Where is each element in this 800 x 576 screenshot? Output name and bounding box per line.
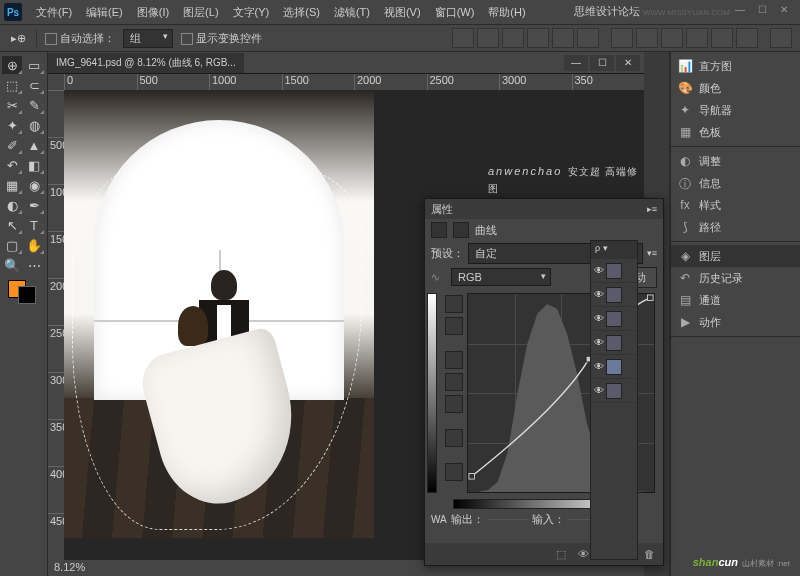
channel-dropdown[interactable]: RGB <box>451 268 551 286</box>
stamp-tool[interactable]: ▲ <box>24 136 44 154</box>
layers-mini-panel: ρ ▾ 👁 👁 👁 👁 👁 👁 <box>590 240 638 560</box>
panel-icon: ▦ <box>677 125 693 139</box>
dist-icon[interactable] <box>661 28 683 48</box>
menu-help[interactable]: 帮助(H) <box>482 3 531 22</box>
layers-header[interactable]: ρ ▾ <box>591 241 637 259</box>
align-icon[interactable] <box>552 28 574 48</box>
brush-tool[interactable]: ✐ <box>2 136 22 154</box>
zoom-level[interactable]: 8.12% <box>54 561 85 573</box>
panel-tab-通道[interactable]: ▤通道 <box>671 289 800 311</box>
align-icon[interactable] <box>477 28 499 48</box>
doc-close-icon[interactable]: ✕ <box>616 55 640 71</box>
svg-rect-0 <box>469 473 475 479</box>
point-tool[interactable] <box>445 295 463 313</box>
shancun-logo: shancun 山村素材 :net <box>693 552 790 570</box>
zoom-tool[interactable]: 🔍 <box>2 256 22 274</box>
menu-bar: Ps 文件(F) 编辑(E) 图像(I) 图层(L) 文字(Y) 选择(S) 滤… <box>0 0 800 24</box>
blur-tool[interactable]: ◉ <box>24 176 44 194</box>
panel-tab-历史记录[interactable]: ↶历史记录 <box>671 267 800 289</box>
auto-select-check[interactable]: 自动选择： <box>45 31 115 46</box>
tool-extra[interactable]: ⋯ <box>24 256 44 274</box>
doc-tab[interactable]: IMG_9641.psd @ 8.12% (曲线 6, RGB... <box>48 53 244 73</box>
window-controls: — ☐ ✕ <box>732 2 792 16</box>
panel-header[interactable]: 属性▸≡ <box>425 199 663 219</box>
panel-tab-动作[interactable]: ▶动作 <box>671 311 800 333</box>
panel-tab-颜色[interactable]: 🎨颜色 <box>671 77 800 99</box>
menu-layer[interactable]: 图层(L) <box>177 3 224 22</box>
ruler-vertical: 50010001500200025003000350040004500 <box>48 90 64 560</box>
dist-icon[interactable] <box>636 28 658 48</box>
tool-panel: ⊕▭ ⬚⊂ ✂✎ ✦◍ ✐▲ ↶◧ ▦◉ ◐✒ ↖T ▢✋ 🔍⋯ <box>0 52 48 576</box>
wand-tool[interactable]: ✦ <box>2 116 22 134</box>
input-label: 输入： <box>532 512 565 527</box>
align-icons <box>452 28 792 48</box>
panel-tab-路径[interactable]: ⟆路径 <box>671 216 800 238</box>
show-transform-check[interactable]: 显示变换控件 <box>181 31 262 46</box>
pen-tool[interactable]: ✒ <box>24 196 44 214</box>
panel-tab-图层[interactable]: ◈图层 <box>671 245 800 267</box>
panel-icon: ◈ <box>677 249 693 263</box>
menu-file[interactable]: 文件(F) <box>30 3 78 22</box>
dodge-tool[interactable]: ◐ <box>2 196 22 214</box>
marquee-tool[interactable]: ⬚ <box>2 76 22 94</box>
menu-window[interactable]: 窗口(W) <box>429 3 481 22</box>
dist-icon[interactable] <box>711 28 733 48</box>
panel-icon: ⓘ <box>677 176 693 190</box>
align-icon[interactable] <box>452 28 474 48</box>
sample-light-tool[interactable] <box>445 395 463 413</box>
move-tool[interactable]: ⊕ <box>2 56 22 74</box>
panel-tab-样式[interactable]: fx样式 <box>671 194 800 216</box>
panel-tab-导航器[interactable]: ✦导航器 <box>671 99 800 121</box>
menu-image[interactable]: 图像(I) <box>131 3 175 22</box>
minimize-icon[interactable]: — <box>732 2 748 16</box>
draw-tool[interactable] <box>445 317 463 335</box>
sample-dark-tool[interactable] <box>445 351 463 369</box>
ruler-horizontal: 050010001500200025003000350 <box>48 74 644 90</box>
menu-type[interactable]: 文字(Y) <box>227 3 276 22</box>
dist-icon[interactable] <box>736 28 758 48</box>
panel-tab-直方图[interactable]: 📊直方图 <box>671 55 800 77</box>
shape-tool[interactable]: ▢ <box>2 236 22 254</box>
eyedropper-tool[interactable]: ✎ <box>24 96 44 114</box>
close-icon[interactable]: ✕ <box>776 2 792 16</box>
edit-points-tool[interactable] <box>445 429 463 447</box>
menu-select[interactable]: 选择(S) <box>277 3 326 22</box>
history-brush-tool[interactable]: ↶ <box>2 156 22 174</box>
doc-min-icon[interactable]: — <box>564 55 588 71</box>
menu-filter[interactable]: 滤镜(T) <box>328 3 376 22</box>
hand-icon[interactable] <box>445 463 463 481</box>
menu-edit[interactable]: 编辑(E) <box>80 3 129 22</box>
heal-tool[interactable]: ◍ <box>24 116 44 134</box>
panel-tab-色板[interactable]: ▦色板 <box>671 121 800 143</box>
align-icon[interactable] <box>502 28 524 48</box>
align-icon[interactable] <box>527 28 549 48</box>
panel-tab-调整[interactable]: ◐调整 <box>671 150 800 172</box>
panel-tab-信息[interactable]: ⓘ信息 <box>671 172 800 194</box>
artboard-tool[interactable]: ▭ <box>24 56 44 74</box>
opt-icon[interactable] <box>770 28 792 48</box>
color-swatches[interactable] <box>2 276 45 310</box>
doc-max-icon[interactable]: ☐ <box>590 55 614 71</box>
path-tool[interactable]: ↖ <box>2 216 22 234</box>
view-icon[interactable]: 👁 <box>575 547 591 561</box>
trash-icon[interactable]: 🗑 <box>641 547 657 561</box>
menu-view[interactable]: 视图(V) <box>378 3 427 22</box>
crop-tool[interactable]: ✂ <box>2 96 22 114</box>
panel-icon: ◐ <box>677 154 693 168</box>
hand-tool[interactable]: ✋ <box>24 236 44 254</box>
type-tool[interactable]: T <box>24 216 44 234</box>
dist-icon[interactable] <box>611 28 633 48</box>
dist-icon[interactable] <box>686 28 708 48</box>
svg-rect-2 <box>647 295 653 301</box>
gradient-tool[interactable]: ▦ <box>2 176 22 194</box>
lasso-tool[interactable]: ⊂ <box>24 76 44 94</box>
clip-icon[interactable]: ⬚ <box>553 547 569 561</box>
auto-select-dropdown[interactable]: 组 <box>123 29 173 48</box>
align-icon[interactable] <box>577 28 599 48</box>
maximize-icon[interactable]: ☐ <box>754 2 770 16</box>
eraser-tool[interactable]: ◧ <box>24 156 44 174</box>
options-bar: ▸⊕ 自动选择： 组 显示变换控件 <box>0 24 800 52</box>
sample-mid-tool[interactable] <box>445 373 463 391</box>
bg-color[interactable] <box>18 286 36 304</box>
panel-subheader: 曲线 <box>425 219 663 241</box>
